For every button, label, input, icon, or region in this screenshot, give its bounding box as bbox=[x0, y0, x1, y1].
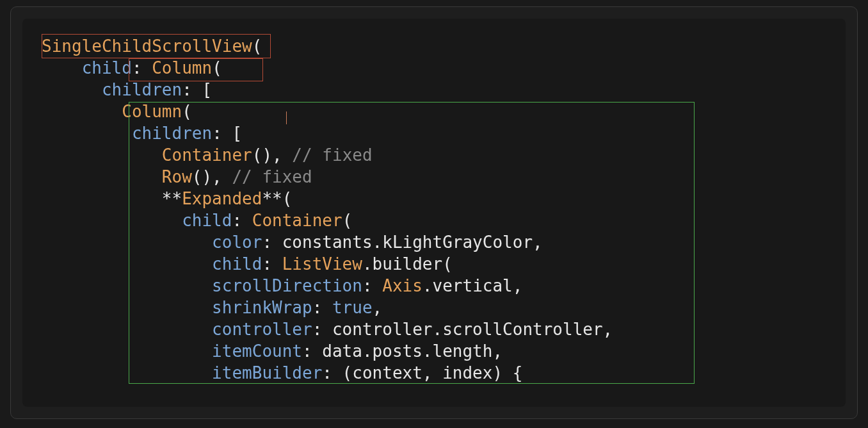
code-token: itemBuilder bbox=[212, 363, 322, 383]
code-token: : [ bbox=[182, 80, 212, 99]
code-token: SingleChildScrollView bbox=[42, 37, 252, 56]
code-token: builder( bbox=[373, 254, 453, 274]
code-token: : bbox=[302, 342, 322, 361]
code-token: Container bbox=[252, 211, 342, 230]
code-panel: SingleChildScrollView( child: Column( ch… bbox=[22, 19, 846, 407]
code-token: controller.scrollController, bbox=[332, 320, 613, 339]
code-token: // fixed bbox=[292, 145, 372, 165]
code-token: , bbox=[373, 298, 383, 317]
code-token: : bbox=[262, 233, 282, 252]
code-token: ListView bbox=[282, 254, 362, 274]
code-token: data.posts.length, bbox=[322, 342, 502, 361]
code-token: controller bbox=[212, 320, 312, 339]
code-token: : bbox=[312, 298, 332, 317]
code-token: children bbox=[102, 80, 182, 99]
code-token: : bbox=[232, 211, 252, 230]
code-token: color bbox=[212, 233, 262, 252]
code-token: shrinkWrap bbox=[212, 298, 312, 317]
code-token: : bbox=[132, 58, 152, 78]
code-token: : bbox=[262, 254, 282, 274]
code-token: Axis bbox=[382, 276, 422, 295]
code-token: vertical, bbox=[433, 276, 523, 295]
code-token: true bbox=[332, 298, 373, 317]
code-token: scrollDirection bbox=[212, 276, 362, 295]
code-token: child bbox=[82, 58, 132, 78]
code-token: : bbox=[322, 363, 342, 383]
code-token: ( bbox=[252, 37, 262, 56]
code-token: child bbox=[182, 211, 232, 230]
code-token: ( bbox=[212, 58, 222, 78]
code-token: constants.kLightGrayColor, bbox=[282, 233, 543, 252]
code-token: : bbox=[312, 320, 332, 339]
code-token: (context, index) { bbox=[342, 363, 523, 383]
code-token: ( bbox=[182, 102, 192, 121]
code-token: Column bbox=[152, 58, 212, 78]
code-token: Row bbox=[162, 167, 192, 186]
code-token: ** bbox=[162, 189, 182, 208]
code-token: Container bbox=[162, 145, 252, 165]
code-token: children bbox=[132, 124, 212, 143]
code-token: : bbox=[362, 276, 382, 295]
code-token: : [ bbox=[212, 124, 242, 143]
code-token: // fixed bbox=[232, 167, 312, 186]
code-token: . bbox=[362, 254, 373, 274]
code-block: SingleChildScrollView( child: Column( ch… bbox=[42, 35, 826, 384]
code-token: (), bbox=[252, 145, 293, 165]
code-token: (), bbox=[192, 167, 232, 186]
code-token: itemCount bbox=[212, 342, 302, 361]
code-token: Column bbox=[122, 102, 182, 121]
code-token: ( bbox=[342, 211, 353, 230]
outer-panel: SingleChildScrollView( child: Column( ch… bbox=[10, 6, 858, 419]
code-token: ( bbox=[282, 189, 293, 208]
code-token: ** bbox=[262, 189, 282, 208]
code-token: . bbox=[422, 276, 433, 295]
code-token: child bbox=[212, 254, 262, 274]
code-token: Expanded bbox=[182, 189, 262, 208]
